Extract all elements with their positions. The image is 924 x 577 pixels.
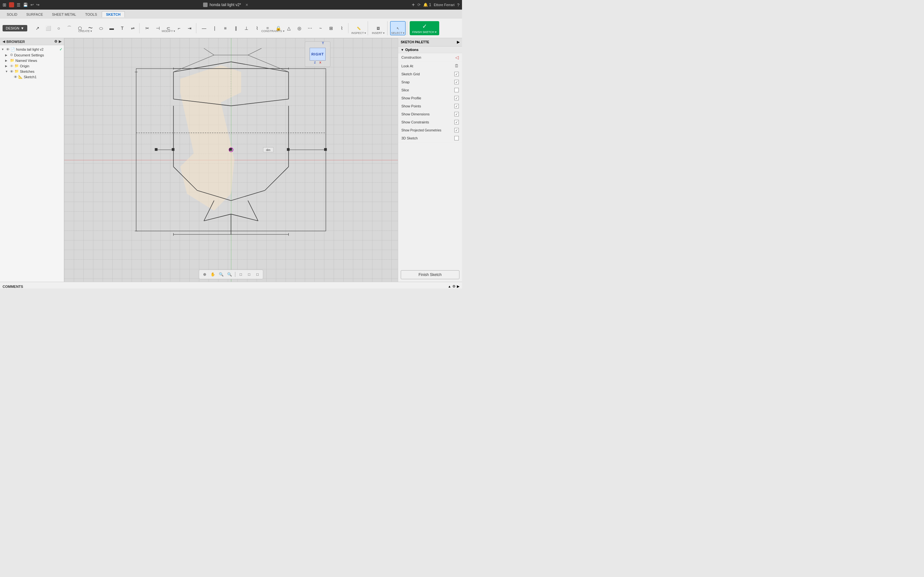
app-logo (9, 2, 14, 7)
palette-row-show-points[interactable]: Show Points (398, 102, 462, 110)
svg-marker-0 (180, 65, 241, 211)
browser-header-icons: ⚙ ▶ (54, 39, 61, 44)
sketch1-label: Sketch1 (24, 75, 63, 79)
tree-item-named-views[interactable]: ▶ 📁 Named Views (0, 58, 64, 63)
sketch-grid-checkbox[interactable] (454, 72, 459, 76)
comments-title: COMMENTS (3, 285, 447, 288)
toolbar-row: DESIGN ▼ ↗ ⬜ ○ ⌒ ⬡ 〜 ⬭ ▬ T ⇌ CREATE ▾ ✂ (0, 19, 462, 38)
tree-item-sketch1[interactable]: 👁 📐 Sketch1 (0, 74, 64, 79)
options-label: Options (405, 48, 419, 52)
palette-row-3d-sketch[interactable]: 3D Sketch (398, 134, 462, 142)
canvas-area[interactable]: dim (64, 38, 398, 282)
canvas-grid[interactable]: dim (64, 38, 398, 282)
origin-toggle[interactable]: ▶ (5, 64, 9, 68)
notification-icon[interactable]: 🔔 1 (423, 3, 431, 7)
palette-row-look-at[interactable]: Look At 🗓 (398, 62, 462, 70)
3d-sketch-label: 3D Sketch (401, 136, 418, 140)
tree-item-sketches[interactable]: ▼ 👁 📁 Sketches (0, 69, 64, 74)
palette-expand-icon[interactable]: ▶ (457, 40, 459, 44)
palette-row-show-projected[interactable]: Show Projected Geometries (398, 126, 462, 134)
palette-row-show-dimensions[interactable]: Show Dimensions (398, 110, 462, 118)
visual-style-btn[interactable]: □ (246, 271, 253, 278)
show-profile-checkbox[interactable] (454, 96, 459, 100)
design-dropdown-icon: ▼ (21, 26, 24, 30)
orbit-tool[interactable]: ⊕ (201, 271, 208, 278)
save-icon[interactable]: 💾 (23, 3, 28, 7)
look-at-label: Look At (401, 64, 413, 68)
finish-sketch-button[interactable]: ✓ FINISH SKETCH ▾ (410, 21, 439, 35)
browser-panel: ◀ BROWSER ⚙ ▶ ▼ 👁 📄 honda tail light v2 … (0, 38, 64, 282)
palette-row-show-profile[interactable]: Show Profile (398, 94, 462, 102)
viewcube[interactable]: Y RIGHT Z X (305, 41, 330, 67)
comments-expand-icon[interactable]: ▶ (457, 284, 459, 288)
sketches-label: Sketches (20, 69, 63, 73)
eye-icon[interactable]: 👁 (6, 47, 10, 51)
inspect-label: INSPECT ▾ (350, 31, 368, 35)
sketch1-eye-icon[interactable]: 👁 (14, 75, 17, 79)
show-constraints-checkbox[interactable] (454, 120, 459, 124)
show-points-checkbox[interactable] (454, 104, 459, 108)
tab-surface[interactable]: SURFACE (22, 11, 47, 17)
finish-sketch-check-icon: ✓ (422, 23, 427, 30)
zoom-tool[interactable]: 🔍 (218, 271, 225, 278)
grid-display-btn[interactable]: □ (254, 271, 261, 278)
palette-row-slice[interactable]: Slice (398, 86, 462, 94)
palette-row-snap[interactable]: Snap (398, 78, 462, 86)
svg-line-42 (248, 55, 289, 72)
toolbar-divider-1 (235, 272, 236, 277)
3d-sketch-checkbox[interactable] (454, 136, 459, 140)
tree-item-doc-settings[interactable]: ▶ ⚙ Document Settings (0, 52, 64, 58)
browser-expand-icon[interactable]: ▶ (59, 39, 61, 44)
design-button[interactable]: DESIGN ▼ (3, 25, 27, 31)
sketch-drawing: dim (64, 38, 398, 282)
sketches-eye-icon: 👁 (10, 69, 13, 73)
browser-settings-icon[interactable]: ⚙ (54, 39, 57, 44)
slice-checkbox[interactable] (454, 88, 459, 92)
look-at-icon[interactable]: 🗓 (455, 63, 459, 68)
origin-eye-icon: 👁 (10, 64, 13, 68)
file-menu[interactable]: ☰ (17, 3, 21, 7)
doc-settings-toggle[interactable]: ▶ (5, 53, 9, 57)
viewcube-z-axis: Z (314, 61, 316, 64)
insert-label: INSERT ▾ (369, 31, 387, 35)
tab-sheet-metal[interactable]: SHEET METAL (48, 11, 80, 17)
pan-tool[interactable]: ✋ (210, 271, 216, 278)
palette-row-sketch-grid[interactable]: Sketch Grid (398, 70, 462, 78)
sketches-toggle[interactable]: ▼ (5, 70, 9, 73)
tab-sketch[interactable]: SKETCH (102, 11, 124, 17)
finish-sketch-palette-button[interactable]: Finish Sketch (401, 270, 459, 279)
user-name: Ettore Ferrari (434, 3, 455, 7)
viewcube-y-axis: Y (322, 41, 324, 45)
display-mode-btn[interactable]: □ (237, 271, 244, 278)
palette-row-show-constraints[interactable]: Show Constraints (398, 118, 462, 126)
svg-line-22 (265, 167, 289, 190)
add-tab-btn[interactable]: + (412, 2, 415, 8)
palette-row-construction[interactable]: Construction ◁ (398, 53, 462, 62)
tab-solid[interactable]: SOLID (3, 11, 21, 17)
comments-settings-icon[interactable]: ⚙ (452, 284, 456, 288)
construction-icon[interactable]: ◁ (455, 55, 459, 60)
undo-icon[interactable]: ↩ (31, 3, 34, 7)
root-toggle-icon[interactable]: ▼ (1, 48, 5, 51)
help-btn[interactable]: ? (457, 3, 459, 7)
comments-collapse-icon[interactable]: ▲ (448, 285, 451, 288)
named-views-toggle[interactable]: ▶ (5, 59, 9, 62)
toolbar-tabs: SOLID SURFACE SHEET METAL TOOLS SKETCH (0, 10, 462, 19)
redo-icon[interactable]: ↪ (36, 3, 39, 7)
snap-checkbox[interactable] (454, 80, 459, 84)
tree-item-origin[interactable]: ▶ 👁 📁 Origin (0, 63, 64, 69)
show-projected-checkbox[interactable] (454, 128, 459, 132)
title-close-btn[interactable]: × (246, 2, 248, 7)
zoom-fit-tool[interactable]: 🔍 (226, 271, 233, 278)
viewcube-label: RIGHT (311, 52, 324, 56)
tree-item-root[interactable]: ▼ 👁 📄 honda tail light v2 ✓ (0, 47, 64, 52)
browser-header: ◀ BROWSER ⚙ ▶ (0, 38, 64, 45)
app-grid-icon[interactable]: ⊞ (3, 2, 6, 7)
browser-collapse-icon[interactable]: ◀ (3, 40, 5, 43)
show-dimensions-checkbox[interactable] (454, 112, 459, 116)
palette-options-header[interactable]: ▼ Options (398, 47, 462, 53)
tab-tools[interactable]: TOOLS (81, 11, 101, 17)
sketches-folder-icon: 📁 (15, 69, 19, 73)
titlebar: ⊞ ☰ 💾 ↩ ↪ honda tail light v2* × + ⟳ 🔔 1… (0, 0, 462, 10)
titlebar-center: honda tail light v2* × (203, 2, 248, 7)
